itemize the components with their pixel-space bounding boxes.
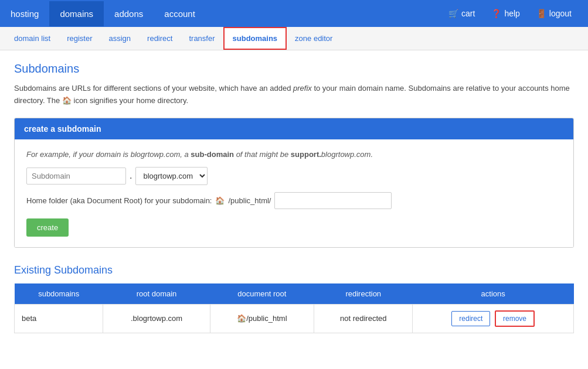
nav-logout[interactable]: 🚪 logout	[529, 3, 579, 24]
example-text-3: blogrtowp.com.	[321, 150, 373, 159]
cart-label: cart	[461, 9, 475, 18]
table-header-row: subdomains root domain document root red…	[15, 283, 574, 305]
home-folder-input[interactable]	[274, 192, 392, 209]
create-subdomain-box: create a subdomain For example, if your …	[14, 118, 574, 248]
nav-account[interactable]: account	[154, 1, 206, 26]
nav-domains[interactable]: domains	[49, 1, 104, 26]
cell-actions: redirect remove	[413, 304, 574, 333]
nav-help[interactable]: ❓ help	[484, 3, 526, 24]
create-box-body: For example, if your domain is blogrtowp…	[15, 139, 573, 247]
subnav-register[interactable]: register	[59, 28, 100, 49]
table-row: beta .blogrtowp.com 🏠/public_html not re…	[15, 304, 574, 333]
subnav-domain-list[interactable]: domain list	[6, 28, 59, 49]
example-text-1: For example, if your domain is blogrtowp…	[26, 150, 191, 159]
create-example-text: For example, if your domain is blogrtowp…	[26, 150, 562, 159]
subdomains-table: subdomains root domain document root red…	[14, 283, 574, 333]
table-header: subdomains root domain document root red…	[15, 283, 574, 305]
existing-subdomains-title: Existing Subdomains	[14, 264, 574, 276]
cell-redirection: not redirected	[314, 304, 413, 333]
example-bold: sub-domain	[191, 150, 234, 159]
create-box-header: create a subdomain	[15, 118, 573, 139]
desc-italic: prefix	[293, 84, 312, 93]
doc-root-icon: 🏠	[237, 314, 246, 323]
subnav-subdomains[interactable]: subdomains	[223, 27, 287, 50]
subdomain-input-row: . blogrtowp.com	[26, 167, 562, 185]
help-label: help	[504, 9, 519, 18]
top-navigation: hosting domains addons account 🛒 cart ❓ …	[0, 0, 588, 27]
col-root-domain: root domain	[103, 283, 210, 305]
nav-addons[interactable]: addons	[104, 1, 154, 26]
nav-hosting[interactable]: hosting	[0, 1, 49, 26]
main-content: Subdomains Subdomains are URLs for diffe…	[0, 50, 588, 345]
cell-root-domain: .blogrtowp.com	[103, 304, 210, 333]
doc-root-path: /public_html	[246, 314, 287, 323]
cell-document-root: 🏠/public_html	[210, 304, 314, 333]
create-button[interactable]: create	[26, 218, 69, 237]
col-redirection: redirection	[314, 283, 413, 305]
domain-select[interactable]: blogrtowp.com	[135, 167, 208, 185]
redirect-button[interactable]: redirect	[451, 311, 490, 326]
col-actions: actions	[413, 283, 574, 305]
col-document-root: document root	[210, 283, 314, 305]
nav-cart[interactable]: 🛒 cart	[441, 3, 482, 24]
cell-subdomain: beta	[15, 304, 103, 333]
cart-icon: 🛒	[448, 9, 458, 18]
example-text-2: of that might be	[234, 150, 291, 159]
top-nav-left: hosting domains addons account	[0, 1, 441, 26]
page-description: Subdomains are URLs for different sectio…	[14, 83, 574, 107]
remove-button[interactable]: remove	[495, 310, 535, 327]
desc-text-3: icon signifies your home directory.	[72, 96, 188, 105]
col-subdomains: subdomains	[15, 283, 103, 305]
subdomain-input[interactable]	[26, 168, 126, 184]
home-folder-icon: 🏠	[215, 196, 225, 205]
subnav-redirect[interactable]: redirect	[139, 28, 181, 49]
logout-icon: 🚪	[536, 9, 546, 18]
sub-navigation: domain list register assign redirect tra…	[0, 27, 588, 50]
example-bold2: support.	[291, 150, 321, 159]
table-body: beta .blogrtowp.com 🏠/public_html not re…	[15, 304, 574, 333]
dot-separator: .	[130, 170, 132, 181]
subnav-zone-editor[interactable]: zone editor	[287, 28, 341, 49]
logout-label: logout	[549, 9, 572, 18]
home-folder-label: Home folder (aka Document Root) for your…	[26, 196, 212, 205]
home-folder-row: Home folder (aka Document Root) for your…	[26, 192, 562, 209]
desc-text-1: Subdomains are URLs for different sectio…	[14, 84, 293, 93]
subnav-assign[interactable]: assign	[101, 28, 140, 49]
home-icon-desc: 🏠	[62, 96, 72, 105]
top-nav-right: 🛒 cart ❓ help 🚪 logout	[441, 3, 588, 24]
help-icon: ❓	[491, 9, 501, 18]
page-title: Subdomains	[14, 62, 574, 76]
subnav-transfer[interactable]: transfer	[181, 28, 223, 49]
home-folder-path: /public_html/	[228, 196, 271, 205]
